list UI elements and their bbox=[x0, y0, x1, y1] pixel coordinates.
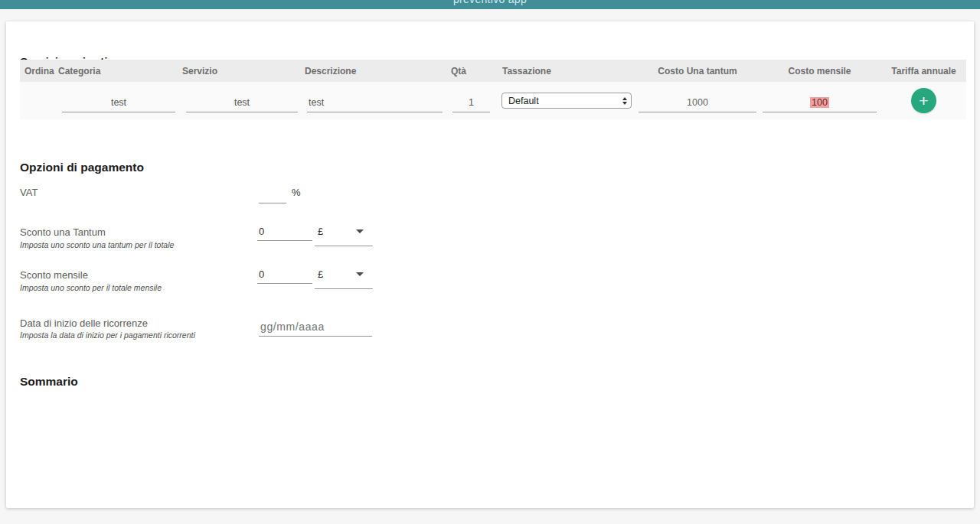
vat-input[interactable] bbox=[259, 188, 286, 203]
category-input[interactable] bbox=[62, 93, 175, 112]
dropdown-caret-icon bbox=[356, 229, 364, 233]
col-header-costo-una-tantum: Costo Una tantum bbox=[637, 66, 758, 76]
one-time-discount-hint: Imposta uno sconto una tantum per il tot… bbox=[20, 240, 174, 249]
col-header-qta: Qtà bbox=[446, 66, 496, 76]
services-table-header: Ordina Categoria Servizio Descrizione Qt… bbox=[20, 60, 966, 82]
col-header-categoria: Categoria bbox=[57, 66, 181, 76]
add-service-button[interactable]: + bbox=[911, 88, 936, 113]
service-input[interactable] bbox=[186, 93, 298, 112]
main-panel: Servizi aggiunti Ordina Categoria Serviz… bbox=[6, 21, 974, 508]
col-header-tassazione: Tassazione bbox=[496, 66, 637, 76]
monthly-discount-currency-select[interactable]: £ bbox=[315, 269, 373, 289]
payment-section-title: Opzioni di pagamento bbox=[20, 161, 144, 174]
monthly-discount-input[interactable] bbox=[257, 269, 312, 284]
recurrence-start-label: Data di inizio delle ricorrenze bbox=[20, 317, 148, 329]
service-row: Default 100 + bbox=[20, 82, 966, 119]
monthly-cost-selected-text: 100 bbox=[810, 97, 829, 108]
col-header-costo-mensile: Costo mensile bbox=[758, 66, 881, 76]
vat-label: VAT bbox=[20, 187, 38, 198]
one-time-cost-input[interactable] bbox=[639, 93, 756, 112]
monthly-cost-input[interactable]: 100 bbox=[763, 93, 877, 112]
order-handle-cell bbox=[20, 82, 57, 119]
select-spinner-icon bbox=[622, 97, 627, 105]
col-header-tariffa-annuale: Tariffa annuale bbox=[881, 66, 966, 76]
col-header-servizio: Servizio bbox=[181, 66, 303, 76]
vat-percent-suffix: % bbox=[292, 187, 301, 198]
col-header-descrizione: Descrizione bbox=[303, 66, 446, 76]
app-title: preventivo app bbox=[0, 0, 980, 5]
one-time-discount-currency-value: £ bbox=[318, 226, 323, 237]
description-input[interactable] bbox=[307, 93, 443, 112]
monthly-discount-hint: Imposta uno sconto per il totale mensile bbox=[20, 283, 162, 292]
one-time-discount-currency-select[interactable]: £ bbox=[315, 226, 373, 246]
summary-section-title: Sommario bbox=[20, 375, 78, 389]
one-time-discount-label: Sconto una Tantum bbox=[20, 226, 106, 238]
app-top-bar: preventivo app bbox=[0, 0, 980, 9]
recurrence-start-date-input[interactable] bbox=[259, 321, 372, 337]
dropdown-caret-icon bbox=[356, 272, 364, 276]
monthly-discount-currency-value: £ bbox=[318, 269, 323, 280]
tax-select-value: Default bbox=[508, 96, 539, 106]
quantity-input[interactable] bbox=[452, 93, 490, 112]
tax-select[interactable]: Default bbox=[501, 93, 632, 109]
monthly-discount-label: Sconto mensile bbox=[20, 269, 88, 281]
recurrence-start-hint: Imposta la data di inizio per i pagament… bbox=[20, 330, 195, 340]
one-time-discount-input[interactable] bbox=[257, 226, 312, 241]
col-header-ordina: Ordina bbox=[20, 66, 57, 76]
